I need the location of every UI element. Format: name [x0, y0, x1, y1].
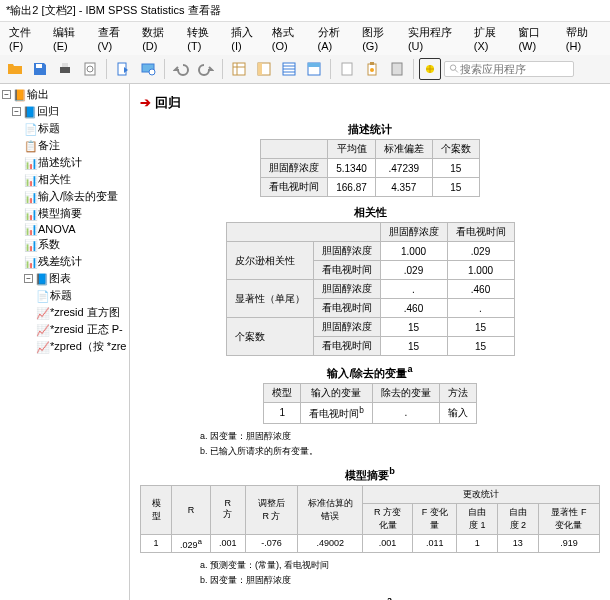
toolbar-separator: [413, 59, 414, 79]
chart-icon: 📈: [36, 341, 48, 353]
table-icon: 📊: [24, 191, 36, 203]
svg-rect-16: [370, 62, 374, 65]
toolbar: [0, 55, 610, 84]
menubar: 文件(F) 编辑(E) 查看(V) 数据(D) 转换(T) 插入(I) 格式(O…: [0, 22, 610, 55]
redo-icon[interactable]: [195, 58, 217, 80]
table-icon: 📊: [24, 223, 36, 235]
svg-rect-10: [258, 63, 262, 75]
variables-icon[interactable]: [278, 58, 300, 80]
variables-table[interactable]: 模型输入的变量除去的变量方法 1看电视时间b.输入: [263, 383, 477, 424]
summary-table[interactable]: 模型RR 方调整后 R 方标准估算的错误更改统计 R 方变化量F 变化量自由度 …: [140, 485, 600, 553]
correlations-table[interactable]: 胆固醇浓度看电视时间 皮尔逊相关性胆固醇浓度1.000.029 看电视时间.02…: [226, 222, 515, 356]
menu-graphs[interactable]: 图形(G): [359, 24, 401, 53]
tree-title[interactable]: 📄标题: [2, 120, 127, 137]
tree-correlations[interactable]: 📊相关性: [2, 171, 127, 188]
tree-anova[interactable]: 📊ANOVA: [2, 222, 127, 236]
svg-rect-8: [233, 63, 245, 75]
menu-view[interactable]: 查看(V): [95, 24, 136, 53]
recall-icon[interactable]: [137, 58, 159, 80]
folder-icon: 📘: [23, 106, 35, 118]
preview-icon[interactable]: [79, 58, 101, 80]
table-icon: 📊: [24, 239, 36, 251]
menu-utilities[interactable]: 实用程序(U): [405, 24, 467, 53]
svg-rect-13: [308, 63, 320, 67]
tree-variables[interactable]: 📊输入/除去的变量: [2, 188, 127, 205]
menu-file[interactable]: 文件(F): [6, 24, 46, 53]
tree-notes[interactable]: 📋备注: [2, 137, 127, 154]
svg-rect-1: [60, 67, 70, 73]
anova-title: ANOVAa: [140, 595, 600, 600]
tree-regression[interactable]: −📘回归: [2, 103, 127, 120]
correlations-title: 相关性: [140, 205, 600, 220]
menu-insert[interactable]: 插入(I): [228, 24, 265, 53]
tree-chart-pp[interactable]: 📈*zresid 正态 P-: [2, 321, 127, 338]
select-cases-icon[interactable]: [303, 58, 325, 80]
footnote: a. 因变量：胆固醇浓度: [200, 430, 600, 443]
table-icon: 📊: [24, 174, 36, 186]
search-input[interactable]: [460, 63, 569, 75]
tree-chart-title[interactable]: 📄标题: [2, 287, 127, 304]
section-heading: ➔回归: [140, 94, 600, 112]
designate-window-icon[interactable]: [419, 58, 441, 80]
tree-output[interactable]: −📙输出: [2, 86, 127, 103]
chart-icon: 📈: [36, 307, 48, 319]
outline-tree[interactable]: −📙输出 −📘回归 📄标题 📋备注 📊描述统计 📊相关性 📊输入/除去的变量 📊…: [0, 84, 130, 600]
collapse-icon[interactable]: −: [24, 274, 33, 283]
collapse-icon[interactable]: −: [2, 90, 11, 99]
undo-icon[interactable]: [170, 58, 192, 80]
menu-format[interactable]: 格式(O): [269, 24, 311, 53]
tree-residuals[interactable]: 📊残差统计: [2, 253, 127, 270]
tree-chart-zpred[interactable]: 📈*zpred（按 *zre: [2, 338, 127, 355]
print-icon[interactable]: [54, 58, 76, 80]
search-box[interactable]: [444, 61, 574, 77]
descriptives-title: 描述统计: [140, 122, 600, 137]
toolbar-separator: [164, 59, 165, 79]
log-icon: 📙: [13, 89, 25, 101]
menu-help[interactable]: 帮助(H): [563, 24, 604, 53]
run-script-icon[interactable]: [386, 58, 408, 80]
clipboard-icon[interactable]: [361, 58, 383, 80]
menu-window[interactable]: 窗口(W): [515, 24, 558, 53]
toolbar-separator: [106, 59, 107, 79]
tree-descriptives[interactable]: 📊描述统计: [2, 154, 127, 171]
footnote: b. 因变量：胆固醇浓度: [200, 574, 600, 587]
goto-variable-icon[interactable]: [253, 58, 275, 80]
menu-data[interactable]: 数据(D): [139, 24, 180, 53]
svg-rect-0: [36, 64, 42, 68]
title-icon: 📄: [36, 290, 48, 302]
menu-edit[interactable]: 编辑(E): [50, 24, 91, 53]
window-title: *输出2 [文档2] - IBM SPSS Statistics 查看器: [6, 4, 221, 16]
menu-extensions[interactable]: 扩展(X): [471, 24, 512, 53]
collapse-icon[interactable]: −: [12, 107, 21, 116]
save-icon[interactable]: [29, 58, 51, 80]
svg-point-20: [450, 65, 455, 70]
menu-transform[interactable]: 转换(T): [184, 24, 224, 53]
table-icon: 📊: [24, 256, 36, 268]
title-icon: 📄: [24, 123, 36, 135]
footnote: b. 已输入所请求的所有变量。: [200, 445, 600, 458]
descriptives-table[interactable]: 平均值标准偏差个案数 胆固醇浓度5.1340.4723915 看电视时间166.…: [260, 139, 480, 197]
tree-charts[interactable]: −📘图表: [2, 270, 127, 287]
menu-analyze[interactable]: 分析(A): [315, 24, 356, 53]
toolbar-separator: [222, 59, 223, 79]
table-icon: 📊: [24, 208, 36, 220]
open-icon[interactable]: [4, 58, 26, 80]
output-viewer[interactable]: ➔回归 描述统计 平均值标准偏差个案数 胆固醇浓度5.1340.4723915 …: [130, 84, 610, 600]
export-icon[interactable]: [112, 58, 134, 80]
svg-rect-2: [62, 63, 68, 67]
svg-point-7: [149, 69, 155, 75]
summary-title: 模型摘要b: [140, 466, 600, 483]
svg-rect-18: [392, 63, 402, 75]
chart-icon: 📈: [36, 324, 48, 336]
goto-data-icon[interactable]: [228, 58, 250, 80]
svg-rect-14: [342, 63, 352, 75]
tree-coefficients[interactable]: 📊系数: [2, 236, 127, 253]
variables-title: 输入/除去的变量a: [140, 364, 600, 381]
tree-summary[interactable]: 📊模型摘要: [2, 205, 127, 222]
footnote: a. 预测变量：(常量), 看电视时间: [200, 559, 600, 572]
current-marker-icon: ➔: [140, 95, 151, 110]
tree-chart-histogram[interactable]: 📈*zresid 直方图: [2, 304, 127, 321]
insert-text-icon[interactable]: [336, 58, 358, 80]
toolbar-separator: [330, 59, 331, 79]
folder-icon: 📘: [35, 273, 47, 285]
